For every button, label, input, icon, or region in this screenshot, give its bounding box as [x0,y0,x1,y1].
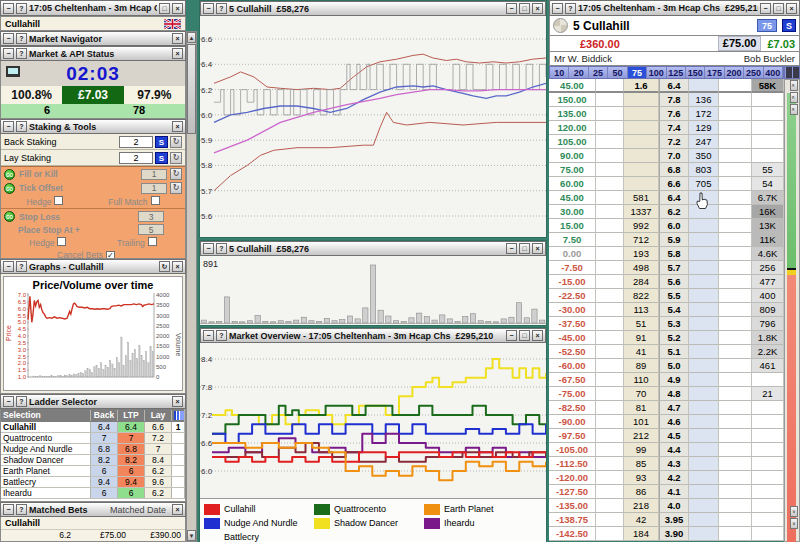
spacer-cell[interactable] [719,261,752,275]
spacer-cell[interactable] [719,331,752,345]
spacer-cell[interactable] [596,429,624,443]
help-icon[interactable]: ? [216,3,227,14]
spacer-cell[interactable] [596,135,624,149]
runner-name-cell[interactable]: Earth Planet [1,466,91,476]
stake-button-150[interactable]: 150 [686,67,705,78]
help-icon[interactable]: ? [216,330,227,341]
trailing-checkbox[interactable] [148,237,157,246]
left-scrollbar[interactable]: ▲ ▼ [186,31,197,542]
restore-icon[interactable]: □ [519,243,530,254]
help-icon[interactable]: ? [16,504,27,515]
lay-amount-cell[interactable]: 350 [689,149,719,163]
lay-amount-cell[interactable] [689,359,719,373]
lay-amount-cell[interactable] [689,485,719,499]
back-staking-input[interactable] [119,136,153,148]
minimize-icon[interactable]: − [3,33,14,44]
selector-row-battlecry[interactable]: Battlecry9.49.49.6 [1,477,185,488]
spacer-cell[interactable] [596,527,624,541]
lay-amount-cell[interactable] [689,345,719,359]
spacer-cell[interactable] [719,387,752,401]
lay-amount-cell[interactable] [689,401,719,415]
back-amount-cell[interactable]: 86 [624,485,659,499]
scroll-up-icon[interactable]: ▲ [187,32,196,43]
lay-price-cell[interactable]: 6.2 [145,466,172,476]
selector-row-cullahill[interactable]: Cullahill6.46.46.61 [1,422,185,433]
back-staking-s-button[interactable]: S [155,136,168,148]
back-amount-cell[interactable]: 110 [624,373,659,387]
lay-price-cell[interactable]: 6.6 [145,422,172,432]
spacer-cell[interactable] [596,471,624,485]
close-icon[interactable]: × [172,121,183,132]
full-match-checkbox[interactable] [151,196,160,205]
selector-row-earth-planet[interactable]: Earth Planet666.2 [1,466,185,477]
lay-amount-cell[interactable] [689,317,719,331]
selected-runner-bar[interactable]: Cullahill [0,16,186,31]
close-icon[interactable]: × [172,48,183,59]
back-amount-cell[interactable]: 193 [624,247,659,261]
minimize-icon[interactable]: − [203,330,214,341]
lay-staking-s-button[interactable]: S [155,152,168,164]
spacer-cell[interactable] [719,191,752,205]
spacer-cell[interactable] [596,163,624,177]
ladder-scroll-up-icon[interactable]: « [790,92,798,103]
spacer-cell[interactable] [719,429,752,443]
spacer-cell[interactable] [596,121,624,135]
lay-amount-cell[interactable] [689,233,719,247]
stop-loss-input[interactable] [138,211,164,222]
back-amount-cell[interactable]: 91 [624,331,659,345]
fill-or-kill-go-icon[interactable]: GO [4,169,15,180]
spacer-cell[interactable] [719,135,752,149]
back-amount-cell[interactable] [624,121,659,135]
spacer-cell[interactable] [596,275,624,289]
spacer-cell[interactable] [596,205,624,219]
back-amount-cell[interactable]: 85 [624,457,659,471]
spacer-cell[interactable] [596,415,624,429]
back-amount-cell[interactable]: 212 [624,429,659,443]
back-amount-cell[interactable]: 51 [624,317,659,331]
back-amount-cell[interactable]: 99 [624,443,659,457]
restore-icon[interactable]: □ [773,3,784,14]
spacer-cell[interactable] [596,387,624,401]
back-amount-cell[interactable]: 42 [624,513,659,527]
lay-amount-cell[interactable] [689,457,719,471]
spacer-cell[interactable] [719,527,752,541]
back-amount-cell[interactable]: 712 [624,233,659,247]
stake-button-25[interactable]: 25 [589,67,608,78]
spacer-cell[interactable] [596,177,624,191]
spacer-cell[interactable] [719,149,752,163]
tick-offset-input[interactable] [141,183,167,194]
spacer-cell[interactable] [719,233,752,247]
close-icon[interactable]: × [786,3,797,14]
spacer-cell[interactable] [719,443,752,457]
minimize-icon[interactable]: − [3,121,14,132]
help-icon[interactable]: ? [16,121,27,132]
spacer-cell[interactable] [719,485,752,499]
back-amount-cell[interactable] [624,107,659,121]
minimize-icon[interactable]: − [552,3,563,14]
spacer-cell[interactable] [719,289,752,303]
spacer-cell[interactable] [596,485,624,499]
lay-price-cell[interactable]: 6.2 [145,488,172,498]
hedge-checkbox[interactable] [54,196,63,205]
tick-offset-go-icon[interactable]: GO [4,183,15,194]
back-amount-cell[interactable]: 498 [624,261,659,275]
spacer-cell[interactable] [719,205,752,219]
stake-button-50[interactable]: 50 [608,67,627,78]
ladder-center-icon[interactable]: « [790,104,798,115]
back-amount-cell[interactable]: 581 [624,191,659,205]
stake-config-icon[interactable] [786,67,792,78]
close-icon[interactable]: × [172,33,183,44]
spacer-cell[interactable] [719,163,752,177]
refresh-icon[interactable]: ↻ [170,182,182,194]
selector-row-quattrocento[interactable]: Quattrocento777.2 [1,433,185,444]
stake-button-125[interactable]: 125 [667,67,686,78]
selector-row-nudge-and-nurdle[interactable]: Nudge And Nurdle6.86.87 [1,444,185,455]
lay-amount-cell[interactable] [689,261,719,275]
lay-amount-cell[interactable] [689,191,719,205]
spacer-cell[interactable] [596,261,624,275]
lay-amount-cell[interactable]: 705 [689,177,719,191]
stake-badge[interactable]: 75 [757,19,777,32]
lay-amount-cell[interactable] [689,513,719,527]
minimize-icon[interactable]: − [506,330,517,341]
spacer-cell[interactable] [596,331,624,345]
